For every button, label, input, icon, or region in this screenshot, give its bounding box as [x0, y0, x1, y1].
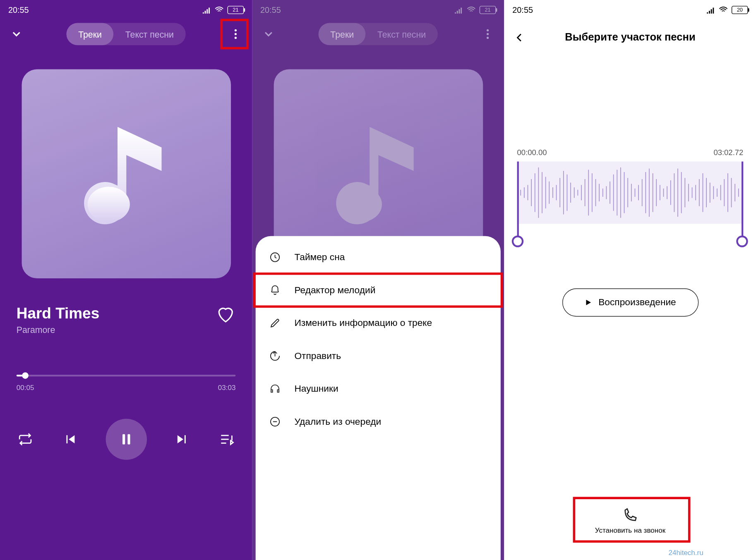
highlight-box: [573, 497, 690, 543]
battery-icon: 20: [732, 6, 748, 14]
prev-icon: [63, 432, 77, 446]
next-button[interactable]: [173, 431, 191, 448]
chevron-down-icon: [262, 28, 275, 41]
highlight-box: [253, 273, 503, 308]
repeat-icon: [18, 432, 33, 447]
queue-icon: [219, 432, 235, 447]
prev-button[interactable]: [61, 431, 79, 448]
headphones-icon: [269, 383, 281, 395]
svg-point-8: [487, 37, 489, 39]
album-art: [22, 69, 231, 279]
waveform[interactable]: [517, 162, 744, 224]
svg-point-9: [339, 187, 382, 222]
progress: 00:05 03:03: [0, 335, 252, 392]
collapse-button[interactable]: [6, 28, 27, 41]
menu-label: Изменить информацию о треке: [294, 318, 432, 328]
more-button[interactable]: [225, 24, 246, 45]
menu-headphones[interactable]: Наушники: [256, 372, 501, 405]
tab-tracks[interactable]: Треки: [67, 23, 114, 45]
tab-lyrics[interactable]: Текст песни: [366, 23, 438, 45]
screen-player: 20:55 21 Треки Текст песни Hard Times Pa…: [0, 0, 252, 560]
pencil-icon: [269, 317, 281, 329]
signal-icon: [202, 5, 211, 15]
tab-lyrics[interactable]: Текст песни: [113, 23, 185, 45]
svg-rect-5: [127, 434, 130, 445]
tabs: Треки Текст песни: [319, 23, 438, 45]
svg-rect-4: [122, 434, 125, 445]
watermark: 24hitech.ru: [668, 548, 703, 557]
total-time: 03:03: [218, 383, 236, 392]
tabs: Треки Текст песни: [67, 23, 186, 45]
next-icon: [175, 432, 190, 446]
queue-button[interactable]: [218, 431, 236, 448]
status-bar: 20:55 20: [504, 0, 756, 20]
play-label: Воспроизведение: [598, 297, 676, 308]
battery-icon: 21: [228, 6, 244, 14]
trim-handle-right[interactable]: [742, 162, 743, 238]
menu-label: Отправить: [294, 351, 341, 361]
track-title: Hard Times: [17, 304, 99, 323]
progress-knob[interactable]: [22, 372, 29, 379]
share-icon: [269, 350, 281, 361]
menu-share[interactable]: Отправить: [256, 340, 501, 373]
screen-menu-overlay: 20:55 21 Треки Текст песни Hard Times: [252, 0, 504, 560]
menu-label: Таймер сна: [294, 252, 345, 263]
status-time: 20:55: [8, 5, 29, 15]
track-meta: Hard Times Paramore: [0, 278, 252, 335]
track-artist: Paramore: [17, 325, 99, 335]
context-menu-sheet: Таймер сна Редактор мелодий Изменить инф…: [256, 236, 501, 560]
player-top-row: Треки Текст песни: [252, 20, 504, 47]
svg-point-7: [487, 33, 489, 35]
svg-point-6: [487, 29, 489, 31]
music-note-icon: [319, 115, 437, 232]
play-preview-button[interactable]: Воспроизведение: [562, 288, 698, 316]
favorite-button[interactable]: [216, 304, 235, 324]
menu-remove-queue[interactable]: Удалить из очереди: [256, 405, 501, 438]
battery-icon: 21: [480, 6, 496, 14]
waveform-section: 00:00.00 03:02.72: [517, 148, 744, 224]
status-bar: 20:55 21: [0, 0, 252, 20]
set-ringtone-button[interactable]: Установить на звонок: [595, 507, 665, 534]
remove-icon: [269, 416, 281, 427]
editor-title: Выберите участок песни: [565, 31, 695, 43]
more-vertical-icon: [481, 28, 494, 41]
collapse-button[interactable]: [258, 28, 279, 41]
trim-start: 00:00.00: [517, 148, 547, 157]
play-icon: [584, 298, 593, 306]
more-button[interactable]: [477, 24, 498, 45]
pause-button[interactable]: [106, 419, 146, 459]
handle-knob: [736, 235, 748, 247]
music-note-icon: [67, 115, 185, 232]
signal-icon: [706, 5, 715, 15]
trim-handle-left[interactable]: [517, 162, 519, 238]
waveform-bars: [517, 162, 744, 224]
menu-ringtone-editor[interactable]: Редактор мелодий: [256, 274, 501, 307]
editor-header: Выберите участок песни: [504, 20, 756, 54]
controls: [0, 392, 252, 460]
back-button[interactable]: [511, 29, 528, 46]
status-time: 20:55: [512, 5, 533, 15]
chevron-left-icon: [514, 32, 525, 43]
trim-end: 03:02.72: [713, 148, 743, 157]
wifi-icon: [214, 5, 224, 15]
menu-edit-info[interactable]: Изменить информацию о треке: [256, 306, 501, 340]
repeat-button[interactable]: [17, 431, 34, 448]
tab-tracks[interactable]: Треки: [319, 23, 366, 45]
status-icons: 20: [706, 5, 748, 15]
elapsed-time: 00:05: [17, 383, 34, 392]
chevron-down-icon: [10, 28, 23, 41]
wifi-icon: [719, 5, 728, 15]
handle-knob: [512, 235, 523, 247]
menu-label: Наушники: [294, 383, 338, 394]
progress-bar[interactable]: [17, 375, 236, 376]
highlight-box: [220, 19, 248, 49]
screen-ringtone-editor: 20:55 20 Выберите участок песни 00:00.00…: [504, 0, 756, 560]
status-icons: 21: [202, 5, 244, 15]
clock-icon: [269, 251, 281, 263]
pause-icon: [118, 432, 134, 447]
svg-point-3: [87, 187, 130, 222]
player-top-row: Треки Текст песни: [0, 20, 252, 47]
menu-label: Удалить из очереди: [294, 416, 381, 427]
menu-sleep-timer[interactable]: Таймер сна: [256, 241, 501, 274]
